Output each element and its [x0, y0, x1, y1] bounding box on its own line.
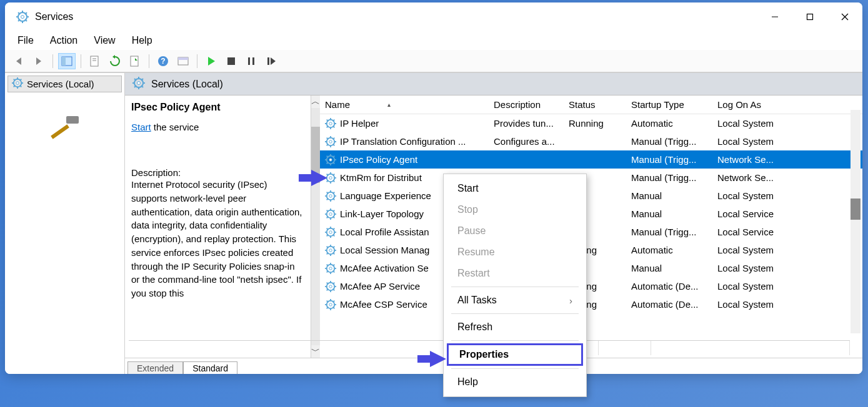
ctx-refresh[interactable]: Refresh: [445, 316, 585, 338]
annotation-arrow-icon: [299, 170, 327, 186]
menu-file[interactable]: File: [10, 32, 41, 49]
properties-icon: [89, 55, 101, 67]
start-suffix: the service: [151, 122, 199, 132]
nav-forward-button[interactable]: [30, 53, 47, 69]
ctx-separator: [451, 368, 579, 369]
menu-view[interactable]: View: [86, 32, 122, 49]
close-button[interactable]: [827, 4, 862, 29]
service-row[interactable]: Local Profile AssistanManual (Trigg...Lo…: [320, 223, 862, 241]
service-description: [489, 159, 564, 161]
pause-service-button[interactable]: [242, 53, 260, 69]
ctx-all-tasks[interactable]: All Tasks: [445, 290, 585, 311]
ctx-pause: Pause: [445, 220, 585, 242]
service-status: [564, 140, 626, 143]
list-scroll-thumb[interactable]: [851, 199, 861, 220]
service-logon: Local System: [712, 135, 862, 148]
tree-node-label: Services (Local): [27, 79, 94, 89]
forward-icon: [32, 55, 45, 67]
service-row[interactable]: IP HelperProvides tun...RunningAutomatic…: [320, 114, 862, 132]
tab-standard[interactable]: Standard: [183, 361, 237, 374]
menu-help[interactable]: Help: [124, 32, 160, 49]
service-name: McAfee CSP Service: [340, 299, 427, 310]
service-row[interactable]: McAfee Activation SeManualLocal System: [320, 259, 862, 277]
col-header-description[interactable]: Description: [489, 97, 564, 112]
maximize-button[interactable]: [792, 4, 827, 29]
service-name: IP Helper: [340, 118, 379, 129]
start-service-button[interactable]: [202, 53, 220, 69]
detail-scrollbar[interactable]: ︿ ﹀: [311, 96, 320, 358]
service-row[interactable]: IPsec Policy AgentManual (Trigg...Networ…: [320, 150, 862, 169]
tree-node-services[interactable]: Services (Local): [7, 76, 122, 92]
service-row[interactable]: Local Session ManagunningAutomaticLocal …: [320, 241, 862, 259]
gear-icon: [325, 136, 336, 147]
restart-icon: [265, 55, 277, 67]
service-row[interactable]: IP Translation Configuration ...Configur…: [320, 132, 862, 150]
properties-button[interactable]: [86, 53, 104, 69]
services-table: Name ▴ Description Status Startup Type L…: [320, 96, 862, 358]
list-scrollbar[interactable]: [851, 110, 861, 333]
service-startup: Manual (Trigg...: [626, 171, 712, 184]
service-startup: Automatic: [626, 117, 712, 130]
show-hide-tree-button[interactable]: [58, 53, 76, 69]
scroll-up-icon[interactable]: ︿: [311, 96, 320, 108]
col-header-startup[interactable]: Startup Type: [626, 97, 712, 112]
nav-back-button[interactable]: [10, 53, 27, 69]
col-header-logon[interactable]: Log On As: [712, 97, 862, 112]
ctx-resume: Resume: [445, 242, 585, 263]
toolbar-separator: [81, 54, 81, 68]
svg-rect-16: [91, 56, 98, 66]
gear-icon: [325, 227, 336, 238]
service-startup: Manual: [626, 207, 712, 220]
service-row[interactable]: McAfee CSP ServiceunningAutomatic (De...…: [320, 295, 862, 313]
gear-icon: [132, 77, 145, 92]
menu-action[interactable]: Action: [42, 32, 85, 49]
toolbar-button[interactable]: [174, 53, 192, 69]
start-service-link[interactable]: Start: [131, 122, 151, 132]
refresh-button[interactable]: [106, 53, 124, 69]
restart-service-button[interactable]: [262, 53, 280, 69]
service-row[interactable]: Link-Layer TopologyManualLocal Service: [320, 205, 862, 223]
toolbar-separator: [149, 54, 149, 68]
ctx-start[interactable]: Start: [445, 178, 585, 199]
ctx-properties[interactable]: Properties: [447, 343, 583, 366]
col-header-status[interactable]: Status: [564, 97, 626, 112]
start-service-line: Start the service: [131, 122, 306, 132]
result-header-title: Services (Local): [151, 79, 223, 90]
col-header-name[interactable]: Name ▴: [320, 97, 489, 112]
service-status: Running: [564, 117, 626, 130]
minimize-button[interactable]: [757, 4, 792, 29]
service-logon: Local Service: [712, 225, 862, 238]
rows-container: IP HelperProvides tun...RunningAutomatic…: [320, 114, 862, 313]
tab-extended[interactable]: Extended: [127, 361, 183, 374]
app-gear-icon: [16, 11, 29, 23]
help-button[interactable]: ?: [154, 53, 172, 69]
toolbar-separator: [52, 54, 53, 68]
description-label: Description:: [131, 167, 306, 178]
gear-icon: [325, 208, 336, 220]
minimize-icon: [771, 13, 779, 21]
column-headers: Name ▴ Description Status Startup Type L…: [320, 96, 862, 114]
service-row[interactable]: McAfee AP ServiceunningAutomatic (De...L…: [320, 277, 862, 295]
play-icon: [205, 55, 217, 67]
ctx-help[interactable]: Help: [445, 371, 585, 393]
scroll-track[interactable]: [311, 108, 320, 345]
svg-rect-26: [252, 57, 254, 65]
service-status: [564, 159, 626, 161]
panel-icon: [61, 55, 73, 67]
export-button[interactable]: [126, 53, 144, 69]
svg-rect-28: [66, 116, 79, 124]
svg-rect-24: [227, 57, 235, 65]
service-logon: Local Service: [712, 207, 862, 220]
gear-icon: [325, 154, 336, 165]
service-row[interactable]: KtmRm for DistributManual (Trigg...Netwo…: [320, 169, 862, 187]
window-title: Services: [35, 11, 757, 22]
stop-service-button[interactable]: [222, 53, 240, 69]
svg-rect-25: [248, 57, 250, 65]
menubar: File Action View Help: [5, 31, 862, 50]
service-logon: Local System: [712, 262, 862, 275]
main-split: Services (Local) Services (Local) IPsec …: [5, 72, 862, 374]
svg-rect-11: [807, 14, 813, 20]
service-row[interactable]: Language ExperienceManualLocal System: [320, 187, 862, 205]
gear-icon: [325, 263, 336, 274]
toolbar: ?: [5, 50, 862, 72]
